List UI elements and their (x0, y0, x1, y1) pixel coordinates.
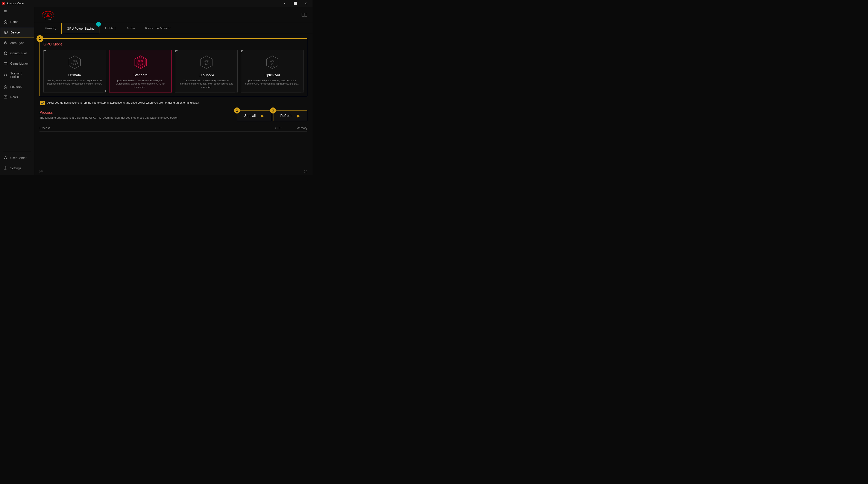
aura-sync-icon (3, 41, 8, 45)
optimized-desc: [Recommended] Automatically switches to … (245, 79, 300, 86)
gpu-mode-ultimate[interactable]: GPU Ultimate Gaming and other intensive … (43, 50, 106, 93)
tabs-bar: Memory GPU Power Saving c Lighting Audio… (34, 23, 312, 34)
home-icon (3, 20, 8, 24)
svg-rect-32 (40, 170, 41, 171)
refresh-wrapper: 3 Refresh ▶ (273, 110, 307, 121)
device-view-icon[interactable] (301, 12, 307, 18)
svg-point-12 (5, 168, 6, 169)
sidebar-item-scenario-profiles[interactable]: Scenario Profiles (0, 69, 34, 82)
tab-lighting[interactable]: Lighting (100, 23, 122, 34)
process-title: Process (39, 110, 178, 115)
standard-gpu-icon: GPU (132, 54, 149, 71)
col-memory-header: Memory (282, 126, 307, 130)
tab-memory[interactable]: Memory (39, 23, 61, 34)
svg-marker-25 (136, 57, 145, 68)
col-cpu-header: CPU (256, 126, 282, 130)
process-header: Process The following applications are u… (39, 110, 307, 121)
sidebar-item-news[interactable]: News (0, 92, 34, 102)
svg-text:ROG: ROG (45, 18, 51, 20)
card-corner-tl (43, 50, 46, 52)
refresh-label: Refresh (280, 114, 292, 118)
settings-icon (3, 166, 8, 170)
featured-icon (3, 85, 8, 89)
sidebar-item-gamevisual[interactable]: GameVisual (0, 48, 34, 58)
refresh-button[interactable]: Refresh ▶ (273, 110, 307, 121)
card-corner-tl (241, 50, 243, 52)
bottom-bar (34, 168, 312, 175)
sidebar-item-aura-sync[interactable]: Aura Sync (0, 38, 34, 48)
gpu-mode-section: 1 GPU Mode GPU (39, 38, 307, 96)
svg-text:R: R (3, 3, 4, 5)
process-table: Process CPU Memory (39, 125, 307, 132)
titlebar-title: Armoury Crate (7, 2, 24, 5)
tab-memory-label: Memory (44, 26, 56, 30)
menu-icon[interactable]: ☰ (0, 7, 34, 17)
svg-marker-27 (201, 56, 212, 69)
svg-point-8 (6, 75, 7, 75)
tab-gpu-power-saving-label: GPU Power Saving (67, 27, 94, 30)
sidebar-item-scenario-profiles-label: Scenario Profiles (10, 72, 31, 78)
notification-checkbox[interactable] (40, 101, 44, 105)
svg-text:GPU: GPU (204, 60, 209, 62)
sidebar-item-aura-sync-label: Aura Sync (10, 41, 24, 44)
ultimate-desc: Gaming and other intensive tasks will ex… (47, 79, 102, 86)
tab-gpu-power-saving[interactable]: GPU Power Saving c (61, 23, 100, 34)
svg-marker-22 (69, 56, 81, 69)
svg-marker-29 (267, 56, 278, 69)
tab-audio[interactable]: Audio (122, 23, 140, 34)
sidebar-item-user-center-label: User Center (10, 156, 26, 160)
tab-badge-text: c (98, 23, 99, 26)
sidebar-bottom: User Center Settings (0, 149, 34, 175)
sidebar-item-settings-label: Settings (10, 166, 21, 170)
tab-resource-monitor[interactable]: Resource Monitor (140, 23, 176, 34)
col-process-header: Process (39, 126, 256, 130)
card-corner-br (301, 90, 303, 92)
optimized-gpu-icon: GPU (264, 54, 281, 71)
sidebar-item-game-library-label: Game Library (10, 62, 29, 65)
user-center-icon (3, 156, 8, 160)
gpu-mode-eco[interactable]: GPU Eco Mode The discrete GPU is complet… (175, 50, 238, 93)
sidebar-item-news-label: News (10, 95, 18, 99)
gamevisual-icon (3, 51, 8, 55)
titlebar-left: R Armoury Crate (2, 2, 24, 5)
sidebar-item-home[interactable]: Home (0, 17, 34, 27)
sidebar-item-gamevisual-label: GameVisual (10, 52, 27, 55)
expand-icon[interactable] (304, 170, 307, 173)
titlebar-controls: − ⬜ ✕ (279, 0, 311, 7)
sidebar-item-game-library[interactable]: Game Library (0, 58, 34, 69)
stop-all-button[interactable]: Stop all ▶ (237, 110, 271, 121)
eco-gpu-icon: GPU (198, 54, 215, 71)
svg-rect-21 (304, 13, 305, 17)
bottom-left-icon (39, 170, 43, 173)
content-header: ROG (34, 7, 312, 23)
notification-row: Allow pop-up notifications to remind you… (39, 101, 307, 105)
header-right (301, 12, 307, 18)
svg-rect-33 (41, 170, 43, 171)
svg-marker-5 (4, 52, 7, 55)
sidebar-item-settings[interactable]: Settings (0, 163, 34, 173)
gpu-mode-optimized[interactable]: GPU Optimized [Recommended] Automaticall… (241, 50, 304, 93)
game-library-icon (3, 61, 8, 66)
close-button[interactable]: ✕ (301, 0, 311, 7)
sidebar-item-featured[interactable]: Featured (0, 82, 34, 92)
svg-point-31 (272, 63, 273, 65)
svg-rect-10 (4, 96, 7, 98)
process-info: Process The following applications are u… (39, 110, 178, 119)
sidebar-item-user-center[interactable]: User Center (0, 153, 34, 163)
standard-name: Standard (133, 73, 148, 77)
sidebar-divider (3, 152, 31, 152)
stop-all-wrapper: 2 Stop all ▶ (237, 110, 271, 121)
svg-rect-6 (4, 62, 7, 65)
minimize-button[interactable]: − (279, 0, 289, 7)
maximize-button[interactable]: ⬜ (290, 0, 300, 7)
bottom-right-icon (304, 170, 307, 173)
process-buttons: 2 Stop all ▶ 3 Refresh ▶ (237, 110, 307, 121)
tab-audio-label: Audio (127, 26, 135, 30)
sidebar-item-device[interactable]: Device (0, 27, 34, 38)
gpu-mode-title: GPU Mode (43, 42, 304, 46)
svg-point-16 (48, 14, 49, 15)
gpu-mode-standard[interactable]: GPU Standard [Windows Default] Also know… (109, 50, 172, 93)
rog-logo-svg: ROG (39, 9, 57, 20)
card-corner-tl (175, 50, 178, 52)
stop-all-number: 2 (234, 107, 240, 114)
